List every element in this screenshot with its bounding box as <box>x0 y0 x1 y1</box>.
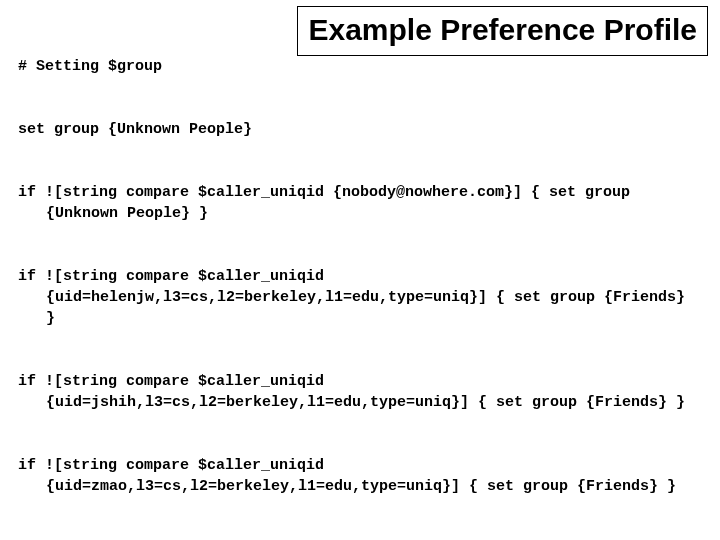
code-line: if ![string compare $caller_uniqid {uid=… <box>18 455 702 497</box>
slide-title-box: Example Preference Profile <box>297 6 708 56</box>
slide-title: Example Preference Profile <box>308 13 697 46</box>
code-line: set group {Unknown People} <box>18 119 702 140</box>
code-block-group: # Setting $group set group {Unknown Peop… <box>18 14 702 539</box>
code-line: # Setting $group <box>18 56 702 77</box>
code-line: if ![string compare $caller_uniqid {uid=… <box>18 266 702 329</box>
code-line: if ![string compare $caller_uniqid {nobo… <box>18 182 702 224</box>
slide-body: # Setting $group set group {Unknown Peop… <box>0 0 720 540</box>
code-line: if ![string compare $caller_uniqid {uid=… <box>18 371 702 413</box>
